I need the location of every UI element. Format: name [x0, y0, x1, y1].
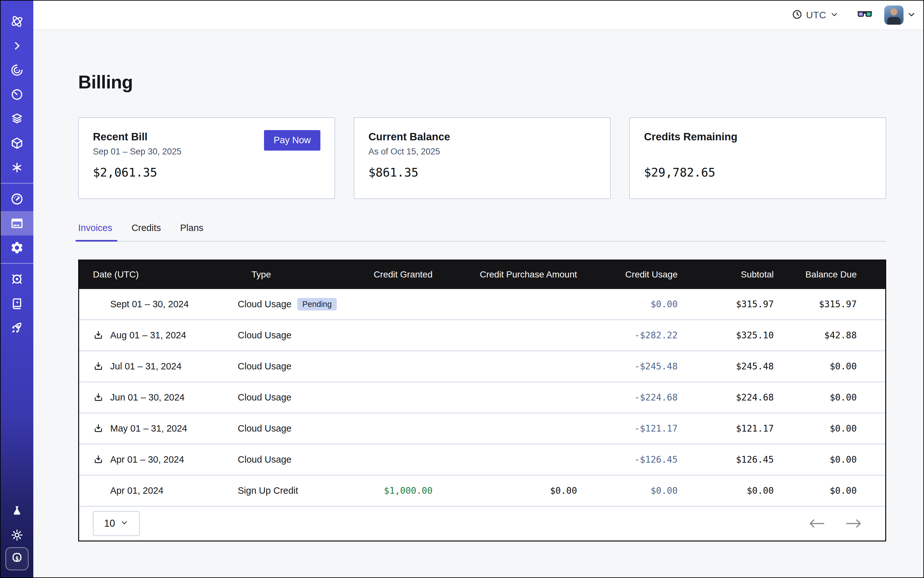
sidebar-item-usage-gauge[interactable] — [1, 187, 33, 211]
page-size-select[interactable]: 10 — [93, 511, 140, 536]
next-page-arrow-icon[interactable] — [846, 519, 862, 528]
chevron-down-icon — [830, 10, 839, 20]
col-type: Type — [238, 270, 353, 280]
timezone-selector[interactable]: UTC — [792, 9, 839, 21]
rocket-icon — [10, 321, 24, 334]
sidebar-item-rocket[interactable] — [1, 316, 33, 340]
credit-usage: -$126.45 — [577, 454, 678, 465]
sidebar-item-spiral[interactable] — [1, 58, 33, 82]
gear-icon — [10, 240, 24, 255]
col-balance-due: Balance Due — [774, 270, 857, 280]
sidebar-item-helm[interactable] — [1, 267, 33, 291]
download-invoice-button[interactable] — [93, 330, 104, 341]
dollar-badge-icon: $ — [10, 551, 24, 567]
tab-invoices[interactable]: Invoices — [78, 223, 112, 241]
content: Billing Recent Bill Sep 01 – Sep 30, 202… — [33, 30, 923, 577]
table-row: Jun 01 – 30, 2024 Cloud Usage -$224.68 $… — [79, 382, 885, 413]
page-title: Billing — [78, 72, 886, 93]
card-subtitle — [644, 147, 872, 157]
previous-page-arrow-icon[interactable] — [808, 519, 825, 528]
pagination-arrows — [808, 519, 862, 528]
balance-due: $0.00 — [774, 485, 857, 496]
table-row: Aug 01 – 31, 2024 Cloud Usage -$282.22 $… — [79, 320, 885, 351]
sidebar-item-logo[interactable] — [1, 9, 33, 34]
credit-usage: $0.00 — [577, 485, 678, 496]
glasses-icon — [857, 10, 872, 21]
invoice-date: Sept 01 – 30, 2024 — [110, 299, 189, 310]
reader-mode-button[interactable] — [857, 10, 872, 21]
book-sparkle-icon — [10, 297, 24, 310]
subtotal: $126.45 — [678, 454, 774, 465]
logo-orbit-icon — [10, 14, 24, 29]
invoice-date: Apr 01, 2024 — [110, 485, 163, 496]
download-invoice-button[interactable] — [93, 361, 104, 372]
invoice-type: Sign Up Credit — [238, 485, 298, 496]
tab-credits[interactable]: Credits — [132, 223, 161, 241]
sidebar-item-settings[interactable] — [1, 235, 33, 260]
sidebar-spacer — [1, 340, 33, 498]
sidebar-item-layers[interactable] — [1, 107, 33, 131]
subtotal: $325.10 — [678, 330, 774, 341]
pay-now-button[interactable]: Pay Now — [264, 130, 320, 151]
timezone-label: UTC — [806, 10, 826, 21]
invoice-type: Cloud Usage — [238, 454, 292, 465]
subtotal: $315.97 — [678, 299, 774, 310]
user-avatar[interactable] — [884, 5, 903, 25]
invoice-type: Cloud Usage — [238, 361, 292, 372]
card-title: Credits Remaining — [644, 131, 872, 143]
sidebar-item-cube[interactable] — [1, 131, 33, 155]
subtotal: $121.17 — [678, 423, 774, 434]
balance-due: $0.00 — [774, 392, 857, 403]
balance-due: $42.88 — [774, 330, 857, 341]
credit-purchase-amount: $0.00 — [432, 485, 577, 496]
balance-due: $0.00 — [774, 361, 857, 372]
col-credit-granted: Credit Granted — [353, 270, 432, 280]
download-invoice-button[interactable] — [93, 423, 104, 434]
credits-button[interactable]: $ — [5, 547, 29, 570]
invoice-date: Aug 01 – 31, 2024 — [110, 330, 186, 341]
chevron-down-icon — [120, 518, 128, 529]
chevron-right-icon — [11, 40, 23, 52]
download-invoice-button[interactable] — [93, 392, 104, 403]
credit-usage: $0.00 — [577, 299, 678, 310]
sidebar-item-theme[interactable] — [1, 523, 33, 547]
card-credits-remaining: Credits Remaining $29,782.65 — [629, 117, 886, 199]
invoice-date: Jul 01 – 31, 2024 — [110, 361, 182, 372]
card-amount: $861.35 — [369, 166, 596, 179]
table-row: Jul 01 – 31, 2024 Cloud Usage -$245.48 $… — [79, 351, 885, 382]
sidebar-item-docs[interactable] — [1, 291, 33, 316]
sidebar-item-expand[interactable] — [1, 34, 33, 58]
cube-icon — [10, 136, 24, 150]
subtotal: $0.00 — [678, 485, 774, 496]
billing-tabs: Invoices Credits Plans — [78, 223, 886, 242]
sun-icon — [10, 528, 24, 542]
subtotal: $224.68 — [678, 392, 774, 403]
gauge-icon — [10, 192, 24, 206]
sidebar-item-asterisk[interactable] — [1, 155, 33, 180]
svg-text:$: $ — [15, 555, 19, 562]
col-credit-usage: Credit Usage — [577, 270, 678, 280]
card-amount: $2,061.35 — [93, 166, 320, 179]
sidebar-item-timer[interactable] — [1, 82, 33, 107]
col-subtotal: Subtotal — [678, 270, 774, 280]
invoice-type: Cloud Usage — [238, 423, 292, 434]
topbar: UTC — [33, 1, 923, 30]
spiral-icon — [10, 63, 24, 77]
clock-icon — [792, 9, 802, 21]
sidebar-divider — [1, 183, 33, 183]
chevron-down-icon[interactable] — [907, 10, 916, 21]
card-subtitle: As of Oct 15, 2025 — [369, 147, 596, 157]
table-row: Sept 01 – 30, 2024 Cloud Usage Pending $… — [79, 289, 885, 320]
sidebar-credits-button-wrap: $ — [1, 547, 33, 577]
invoice-date: May 01 – 31, 2024 — [110, 423, 187, 434]
credit-usage: -$121.17 — [577, 423, 678, 434]
sidebar-item-labs[interactable] — [1, 498, 33, 523]
sidebar-item-billing[interactable] — [1, 211, 33, 235]
col-credit-purchase-amount: Credit Purchase Amount — [432, 270, 577, 280]
tab-plans[interactable]: Plans — [180, 223, 203, 241]
download-invoice-button[interactable] — [93, 454, 104, 465]
card-current-balance: Current Balance As of Oct 15, 2025 $861.… — [354, 117, 611, 199]
timer-icon — [10, 88, 24, 101]
table-footer: 10 — [79, 507, 885, 541]
table-row: Apr 01 – 30, 2024 Cloud Usage -$126.45 $… — [79, 444, 885, 476]
